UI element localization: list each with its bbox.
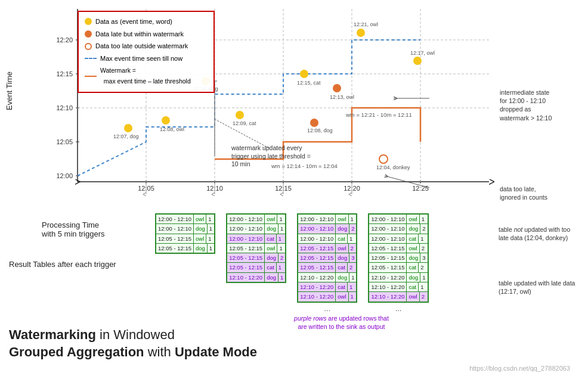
result-table-2: 12:00 - 12:10 owl 1 12:00 - 12:10 dog 1 … [226, 213, 286, 314]
svg-point-52 [310, 119, 318, 127]
svg-text:12:21, owl: 12:21, owl [354, 21, 378, 27]
orange-outline-dot-icon [85, 43, 92, 50]
table-row: 12:10 - 12:20 owl 1 [298, 292, 356, 301]
table-row: 12:05 - 12:15 cat 2 [369, 263, 427, 272]
watermark-url: https://blog.csdn.net/qq_27882063 [469, 365, 570, 372]
dots-indicator: ... [297, 303, 357, 314]
table-row: 12:00 - 12:10 dog 2 [298, 224, 356, 234]
y-axis-label: Event Time [5, 72, 14, 110]
right-annotation-toolate: data too late,ignored in counts [500, 185, 577, 201]
table-row: 12:00 - 12:10 dog 1 [227, 224, 285, 234]
table-row: 12:05 - 12:15 dog 1 [156, 244, 214, 253]
table-row: 12:00 - 12:10 owl 1 [298, 215, 356, 224]
table-row: 12:05 - 12:15 owl 2 [369, 244, 427, 253]
table-row: 12:05 - 12:15 dog 3 [298, 253, 356, 263]
table-not-updated-note: table not updated with too late data (12… [499, 225, 582, 242]
legend-box: Data as (event time, word) Data late but… [78, 11, 215, 93]
table-row: 12:00 - 12:10 dog 2 [369, 224, 427, 234]
svg-text:12:25: 12:25 [412, 185, 429, 192]
orange-dot-icon [85, 30, 92, 38]
table-row: 12:05 - 12:15 owl 1 [156, 234, 214, 244]
arrow-toolate [429, 179, 501, 203]
table-row: 12:00 - 12:10 cat 1 [227, 234, 285, 244]
legend-item-1: Data as (event time, word) [85, 16, 208, 27]
table-row: 12:00 - 12:10 cat 1 [298, 234, 356, 244]
table-row: 12:10 - 12:20 owl 2 [369, 292, 427, 301]
yellow-dot-icon [85, 18, 92, 25]
result-tables-label: Result Tables after each trigger [9, 259, 116, 270]
table-row: 12:00 - 12:10 dog 1 [156, 224, 214, 234]
table-row: 12:10 - 12:20 dog 1 [298, 273, 356, 282]
legend-item-4: Max event time seen till now [85, 53, 208, 64]
table-row: 12:00 - 12:10 owl 1 [156, 215, 214, 224]
watermark-update-note: watermark updated every trigger using la… [231, 144, 312, 169]
svg-point-36 [124, 124, 132, 132]
svg-text:12:17, owl: 12:17, owl [410, 50, 435, 56]
table-row: 12:10 - 12:20 dog 1 [227, 273, 285, 282]
legend-item-2: Data late but within watermark [85, 29, 208, 40]
svg-text:12:20: 12:20 [56, 36, 73, 44]
right-annotation-dropped: intermediate statefor 12:00 - 12:10dropp… [500, 88, 577, 122]
svg-point-54 [379, 155, 388, 163]
x-axis-label: Processing Time [42, 220, 99, 229]
svg-point-46 [357, 29, 365, 37]
result-table-4: 12:00 - 12:10 owl 1 12:00 - 12:10 dog 2 … [368, 213, 428, 314]
legend-item-3: Data too late outside watermark [85, 41, 208, 52]
table-row: 12:10 - 12:20 cat 1 [369, 282, 427, 292]
svg-point-50 [333, 84, 341, 92]
table-row: 12:00 - 12:10 owl 1 [369, 215, 427, 224]
arrow-dropped [429, 83, 501, 113]
svg-point-48 [413, 57, 422, 65]
svg-text:12:04, donkey: 12:04, donkey [376, 164, 410, 170]
table-row: 12:05 - 12:15 owl 2 [298, 244, 356, 253]
dashed-blue-line-icon [85, 58, 97, 59]
solid-orange-line-icon [85, 76, 97, 77]
dots-indicator: ... [368, 303, 428, 314]
table-row: 12:05 - 12:15 cat 1 [227, 263, 285, 272]
page-title: Watermarking in Windowed Grouped Aggrega… [9, 326, 257, 361]
svg-text:12:05: 12:05 [56, 138, 73, 145]
svg-point-42 [236, 111, 244, 119]
svg-point-44 [300, 70, 308, 78]
svg-text:12:00: 12:00 [56, 172, 73, 179]
table-row: 12:05 - 12:15 cat 2 [298, 263, 356, 272]
svg-text:12:13, owl: 12:13, owl [330, 94, 354, 100]
svg-text:12:08, dog: 12:08, dog [307, 128, 333, 133]
main-container: Event Time Processing Time with 5 min tr… [0, 0, 588, 379]
table-row: 12:05 - 12:15 dog 3 [369, 253, 427, 263]
result-table-1: 12:00 - 12:10 owl 1 12:00 - 12:10 dog 1 … [155, 213, 215, 314]
table-row: 12:10 - 12:20 dog 1 [369, 273, 427, 282]
svg-text:12:10: 12:10 [56, 104, 73, 111]
svg-text:12:07, dog: 12:07, dog [113, 133, 139, 139]
table-row: 12:00 - 12:10 cat 1 [369, 234, 427, 244]
table-updated-note: table updated with late data (12:17, owl… [499, 279, 582, 296]
table-row: 12:00 - 12:10 owl 1 [227, 215, 285, 224]
table-row: 12:05 - 12:15 owl 1 [227, 244, 285, 253]
purple-rows-note: purple rows are updated rows that are wr… [292, 315, 391, 331]
svg-text:12:15: 12:15 [56, 70, 73, 77]
tables-section: 12:00 - 12:10 owl 1 12:00 - 12:10 dog 1 … [155, 213, 429, 314]
legend-item-5: Watermark = max event time – late thresh… [85, 66, 208, 87]
table-row: 12:10 - 12:20 cat 1 [298, 282, 356, 292]
result-table-3: 12:00 - 12:10 owl 1 12:00 - 12:10 dog 2 … [297, 213, 357, 314]
svg-text:12:09, cat: 12:09, cat [233, 120, 256, 126]
table-row: 12:05 - 12:15 dog 2 [227, 253, 285, 263]
x-sub-label: with 5 min triggers [42, 229, 104, 238]
svg-point-38 [162, 116, 170, 125]
svg-text:12:08, owl: 12:08, owl [160, 126, 184, 132]
svg-text:wm = 12:21 - 10m = 12:11: wm = 12:21 - 10m = 12:11 [345, 111, 412, 118]
svg-text:12:15, cat: 12:15, cat [297, 80, 321, 86]
